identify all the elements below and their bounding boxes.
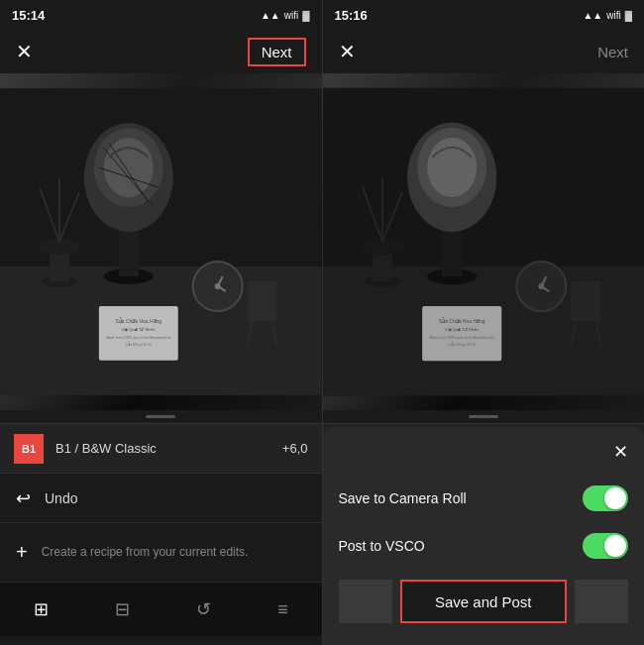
share-header: ✕ — [339, 427, 629, 477]
photo-right: Sửa Chữa Hoa Hồng Việt Quất Từ Nhiên Mad… — [323, 73, 645, 410]
close-button-left[interactable]: ✕ — [16, 40, 33, 63]
scroll-indicator-right — [323, 410, 645, 423]
save-to-camera-roll-label: Save to Camera Roll — [339, 490, 467, 506]
save-side-right-button[interactable] — [575, 580, 629, 623]
scroll-indicator-left — [0, 410, 322, 423]
status-bar-right: 15:16 ▲▲ wifi ▓ — [323, 0, 645, 30]
photo-bg-right: Sửa Chữa Hoa Hồng Việt Quất Từ Nhiên Mad… — [323, 73, 645, 410]
battery-icon-right: ▓ — [625, 10, 632, 21]
scroll-dot-right — [469, 415, 498, 418]
right-panel: 15:16 ▲▲ wifi ▓ ✕ Next — [323, 0, 645, 645]
close-button-right[interactable]: ✕ — [339, 40, 356, 63]
filter-bar-left: B1 B1 / B&W Classic +6,0 — [0, 423, 322, 473]
bottom-toolbar-left: ⊞ ⊟ ↺ ≡ — [0, 582, 322, 636]
time-left: 15:14 — [12, 8, 45, 23]
sliders-icon[interactable]: ⊟ — [115, 598, 130, 620]
gallery-icon[interactable]: ⊞ — [34, 598, 49, 620]
filter-value-left: +6,0 — [282, 441, 308, 456]
signal-icon-right: ▲▲ — [583, 10, 602, 21]
recipe-text: Create a recipe from your current edits. — [42, 544, 249, 561]
post-to-vsco-label: Post to VSCO — [339, 538, 425, 554]
post-to-vsco-toggle[interactable] — [583, 533, 628, 559]
menu-icon[interactable]: ≡ — [277, 599, 288, 620]
undo-label: Undo — [45, 490, 77, 506]
time-right: 15:16 — [335, 8, 368, 23]
toggle-knob-vsco — [604, 535, 626, 557]
toggle-knob-camera — [604, 487, 626, 509]
history-icon[interactable]: ↺ — [196, 598, 211, 620]
signal-icon-left: ▲▲ — [261, 10, 280, 21]
status-bar-left: 15:14 ▲▲ wifi ▓ — [0, 0, 322, 30]
wifi-icon-left: wifi — [284, 10, 298, 21]
scroll-dot-left — [146, 415, 175, 418]
battery-icon-left: ▓ — [302, 10, 309, 21]
save-and-post-button[interactable]: Save and Post — [400, 580, 567, 623]
save-to-camera-roll-toggle[interactable] — [583, 485, 628, 511]
next-label-right: Next — [597, 44, 628, 60]
top-nav-left: ✕ Next — [0, 30, 322, 73]
post-to-vsco-option: Post to VSCO — [339, 524, 629, 568]
status-icons-left: ▲▲ wifi ▓ — [261, 10, 310, 21]
filter-name-left: B1 / B&W Classic — [55, 441, 270, 456]
status-icons-right: ▲▲ wifi ▓ — [583, 10, 632, 21]
svg-rect-54 — [323, 88, 645, 395]
save-button-row: Save and Post — [339, 580, 629, 623]
wifi-icon-right: wifi — [606, 10, 620, 21]
share-overlay: ✕ Save to Camera Roll Post to VSCO Save … — [323, 427, 645, 645]
save-side-left-button[interactable] — [339, 580, 393, 623]
recipe-row[interactable]: + Create a recipe from your current edit… — [0, 522, 322, 582]
left-panel: 15:14 ▲▲ wifi ▓ ✕ Next — [0, 0, 322, 645]
undo-row[interactable]: ↩ Undo — [0, 473, 322, 522]
photo-left: Sửa Chữa Hoa Hồng Việt Quất Từ Nhiên Mad… — [0, 73, 322, 410]
undo-icon: ↩ — [16, 487, 31, 509]
filter-badge-left: B1 — [14, 434, 44, 464]
plus-icon: + — [16, 541, 28, 564]
next-button-left[interactable]: Next — [248, 38, 306, 66]
photo-bg-left: Sửa Chữa Hoa Hồng Việt Quất Từ Nhiên Mad… — [0, 73, 322, 410]
save-to-camera-roll-option: Save to Camera Roll — [339, 477, 629, 520]
svg-rect-28 — [0, 88, 322, 395]
share-close-button[interactable]: ✕ — [613, 441, 628, 463]
top-nav-right: ✕ Next — [323, 30, 645, 73]
